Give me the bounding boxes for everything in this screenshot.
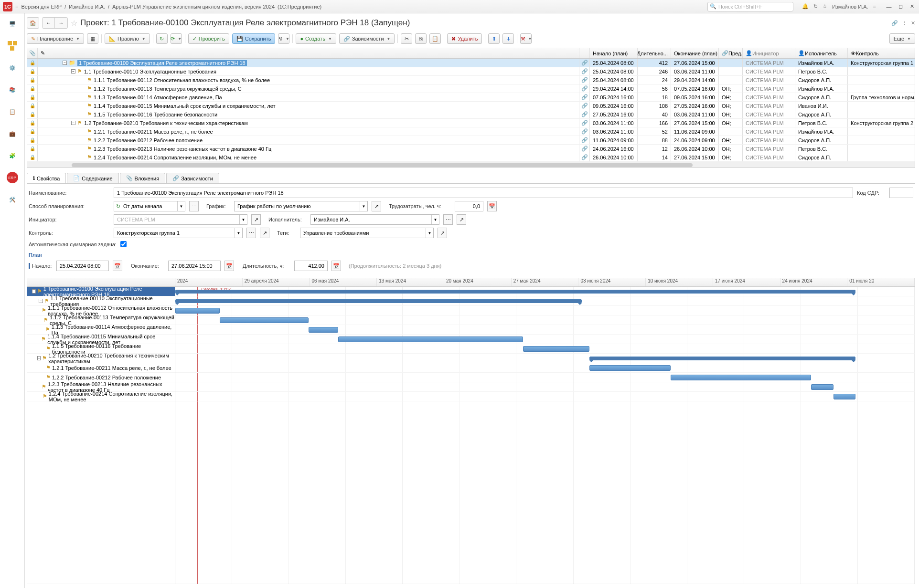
- gantt-bar[interactable]: [175, 290, 855, 294]
- col-end[interactable]: Окончание (план): [671, 48, 719, 58]
- table-row[interactable]: 🔒 −⚑1.2 Требование-00210 Требования к те…: [27, 119, 915, 127]
- history-icon[interactable]: ↻: [813, 3, 818, 10]
- user-label[interactable]: Измайлов И.А.: [832, 4, 868, 10]
- link-icon[interactable]: 🔗: [581, 85, 588, 92]
- grid-view-button[interactable]: ▦: [87, 33, 98, 44]
- schedule-open[interactable]: ↗: [372, 201, 381, 211]
- close-tab-button[interactable]: ✕: [911, 20, 915, 26]
- menu-icon[interactable]: ≡: [873, 4, 876, 10]
- gantt-bar[interactable]: [834, 394, 855, 399]
- duration-calc[interactable]: 📅: [331, 261, 341, 271]
- expand-icon[interactable]: −: [39, 299, 43, 303]
- refresh-all-button[interactable]: ⟳▼: [171, 33, 182, 44]
- link-icon[interactable]: 🔗: [581, 77, 588, 83]
- cut-button[interactable]: ✂: [401, 33, 412, 44]
- plan-method-select[interactable]: ↻От даты начала▼: [114, 201, 185, 211]
- col-duration[interactable]: Длительно...: [638, 48, 671, 58]
- more-icon[interactable]: ⋮: [902, 20, 907, 26]
- gantt-row-label[interactable]: −⚑1.2 Требование-00210 Требования к техн…: [27, 354, 175, 363]
- col-initiator[interactable]: 👤Инициатор: [743, 48, 795, 58]
- route-button[interactable]: ↯▼: [278, 33, 289, 44]
- table-row[interactable]: 🔒 −⚑1.1 Требование-00110 Эксплуатационны…: [27, 67, 915, 76]
- sidebar-puzzle-icon[interactable]: 🧩: [5, 148, 20, 163]
- paste-button[interactable]: 📋: [429, 33, 441, 44]
- col-pred[interactable]: 🔗Пред...: [719, 48, 743, 58]
- gantt-bar[interactable]: [338, 336, 523, 342]
- col-edit[interactable]: ✎: [38, 48, 48, 58]
- sdr-field[interactable]: [889, 188, 913, 198]
- initiator-open[interactable]: ↗: [251, 214, 261, 225]
- link-icon[interactable]: 🔗: [891, 20, 898, 26]
- link-icon[interactable]: 🔗: [581, 94, 588, 100]
- end-calendar[interactable]: 📅: [224, 261, 234, 271]
- effort-calc[interactable]: 📅: [487, 201, 497, 211]
- control-open[interactable]: ↗: [260, 228, 269, 238]
- delete-button[interactable]: ✖Удалить: [447, 33, 482, 44]
- move-up-button[interactable]: ⬆: [488, 33, 500, 44]
- gantt-bar[interactable]: [175, 299, 582, 303]
- table-row[interactable]: 🔒 ⚑1.2.4 Требование-00214 Сопротивление …: [27, 153, 915, 162]
- dependencies-button[interactable]: 🔗Зависимости▼: [339, 33, 395, 44]
- executor-select[interactable]: Измайлов И.А.▼: [310, 214, 439, 225]
- start-calendar[interactable]: 📅: [113, 261, 122, 271]
- duration-field[interactable]: 412,00: [294, 261, 328, 271]
- table-row[interactable]: 🔒 ⚑1.1.2 Требование-00113 Температура ок…: [27, 84, 915, 93]
- link-icon[interactable]: 🔗: [581, 146, 588, 152]
- star-icon[interactable]: ☆: [823, 3, 827, 10]
- table-row[interactable]: 🔒 ⚑1.1.5 Требование-00116 Требование без…: [27, 110, 915, 119]
- expand-icon[interactable]: −: [71, 69, 75, 74]
- col-attach[interactable]: 📎: [27, 48, 38, 58]
- sidebar-blocks-icon[interactable]: [5, 38, 20, 53]
- executor-open[interactable]: ↗: [457, 214, 466, 225]
- col-control[interactable]: 👁Контроль: [848, 48, 915, 58]
- executor-extra[interactable]: ⋯: [443, 214, 453, 225]
- back-button[interactable]: ←: [43, 18, 55, 28]
- tab-attachments[interactable]: 📎Вложения: [120, 173, 166, 183]
- gantt-bar[interactable]: [309, 327, 338, 333]
- tags-open[interactable]: ↗: [438, 228, 447, 238]
- check-button[interactable]: ✓Проверить: [188, 33, 229, 44]
- gantt-bar[interactable]: [220, 317, 309, 323]
- gantt-bar[interactable]: [589, 365, 671, 371]
- minimize-button[interactable]: —: [885, 3, 893, 10]
- copy-button[interactable]: ⎘: [415, 33, 427, 44]
- link-icon[interactable]: 🔗: [581, 111, 588, 117]
- grid-scrollbar[interactable]: [27, 162, 915, 168]
- col-name[interactable]: [48, 48, 579, 58]
- gantt-bar[interactable]: [523, 346, 589, 352]
- search-input[interactable]: 🔍 Поиск Ctrl+Shift+F: [707, 2, 793, 11]
- save-button[interactable]: 💾Сохранить: [232, 33, 276, 44]
- maximize-button[interactable]: ◻: [896, 3, 905, 10]
- link-icon[interactable]: 🔗: [581, 103, 588, 109]
- sidebar-erp-icon[interactable]: ERP: [5, 170, 20, 185]
- link-icon[interactable]: 🔗: [581, 154, 588, 160]
- schedule-select[interactable]: График работы по умолчанию▼: [234, 201, 368, 211]
- refresh-button[interactable]: ↻: [156, 33, 168, 44]
- table-row[interactable]: 🔒 ⚑1.2.1 Требование-00211 Масса реле, г.…: [27, 127, 915, 136]
- expand-icon[interactable]: −: [37, 356, 41, 360]
- gantt-bar[interactable]: [175, 308, 220, 314]
- link-icon[interactable]: 🔗: [581, 137, 588, 143]
- link-icon[interactable]: 🔗: [581, 68, 588, 74]
- gantt-bar[interactable]: [671, 375, 811, 380]
- expand-icon[interactable]: −: [71, 121, 75, 125]
- auto-summary-checkbox[interactable]: [120, 241, 127, 247]
- end-field[interactable]: 27.06.2024 15:00: [168, 261, 221, 271]
- tab-dependencies[interactable]: 🔗Зависимости: [166, 173, 219, 183]
- expand-icon[interactable]: −: [32, 289, 36, 294]
- move-down-button[interactable]: ⬇: [502, 33, 514, 44]
- gantt-bar[interactable]: [589, 357, 855, 360]
- sidebar-monitor-icon[interactable]: 🖥️: [5, 16, 20, 32]
- initiator-select[interactable]: СИСТЕМА PLM▼: [114, 214, 247, 225]
- sidebar-briefcase-icon[interactable]: 💼: [5, 126, 20, 141]
- gantt-bar[interactable]: [811, 384, 833, 390]
- tab-content[interactable]: 📄Содержание: [67, 173, 118, 183]
- tags-select[interactable]: Управление требованиями▼: [300, 228, 434, 238]
- table-row[interactable]: 🔒 −📁1 Требование-00100 Эксплуатация Реле…: [27, 59, 915, 67]
- tool-button[interactable]: ⚒▼: [520, 33, 532, 44]
- table-row[interactable]: 🔒 ⚑1.1.4 Требование-00115 Минимальный ср…: [27, 102, 915, 110]
- gantt-row-label[interactable]: ⚑1.2.4 Требование-00214 Сопротивление из…: [27, 392, 175, 401]
- sidebar-books-icon[interactable]: 📚: [5, 82, 20, 97]
- close-button[interactable]: ✕: [908, 3, 916, 10]
- home-button[interactable]: 🏠: [27, 17, 39, 29]
